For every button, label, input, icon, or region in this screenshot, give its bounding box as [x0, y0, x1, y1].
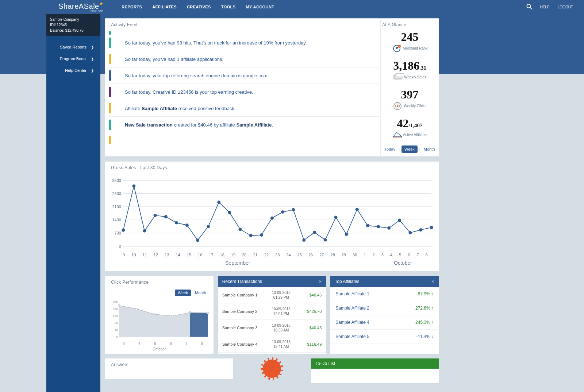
- feed-item[interactable]: So far today, you've had 1 affiliate app…: [109, 51, 380, 67]
- click-performance-panel: Click Performance Week Month 04080120160…: [105, 276, 214, 354]
- affiliate-name: Sample Affiliate 2: [335, 306, 369, 311]
- tx-name: Sample Company 4: [222, 342, 263, 346]
- tx-name: Sample Company 3: [222, 326, 263, 330]
- svg-point-27: [143, 229, 146, 233]
- close-icon[interactable]: ×: [431, 279, 434, 284]
- glance-value: 245: [381, 30, 439, 44]
- glance-label: Active Affiliates: [381, 130, 439, 139]
- feed-item[interactable]: New Sale transaction created for $40.46 …: [109, 117, 380, 133]
- svg-point-31: [185, 224, 189, 227]
- glance-tab-month[interactable]: Month: [421, 145, 438, 153]
- star-icon: ★: [99, 1, 104, 6]
- svg-point-25: [122, 229, 125, 232]
- glance-stat: 3,186.31Weekly Sales: [381, 59, 439, 81]
- transaction-row[interactable]: Sample Company 110-09-201801:29 PM$40.46: [218, 287, 326, 303]
- tx-title: Recent Transactions: [222, 279, 262, 284]
- click-chart-x-axis: 345678: [108, 341, 211, 346]
- account-company: Sample Company: [50, 17, 97, 22]
- feed-item[interactable]: [109, 133, 380, 144]
- feed-accent: [109, 54, 111, 64]
- svg-point-28: [154, 214, 157, 217]
- click-perf-title: Click Performance: [105, 276, 214, 288]
- glance-tab-today[interactable]: Today: [382, 145, 398, 153]
- logout-link[interactable]: LOGOUT: [558, 5, 573, 9]
- svg-point-52: [408, 231, 412, 234]
- click-perf-tabs: Week Month: [175, 291, 209, 295]
- affiliate-name: Sample Affiliate 4: [335, 320, 369, 325]
- click-chart-month: October: [108, 346, 211, 351]
- nav-tools[interactable]: TOOLS: [221, 5, 236, 9]
- todo-panel: To-Do List: [311, 358, 439, 384]
- tx-name: Sample Company 2: [222, 309, 263, 314]
- sidebar-saved-reports[interactable]: Saved Reports❯: [46, 41, 100, 53]
- chevron-right-icon: ❯: [91, 45, 94, 49]
- sidebar-help-center[interactable]: Help Center❯: [46, 65, 100, 76]
- search-icon[interactable]: [526, 4, 532, 10]
- tx-amount: $40.45: [300, 326, 322, 330]
- svg-point-35: [228, 211, 231, 214]
- help-link[interactable]: HELP: [540, 5, 550, 9]
- svg-text:2100: 2100: [112, 205, 121, 209]
- close-icon[interactable]: ×: [319, 279, 322, 284]
- nav-affiliates[interactable]: AFFILIATES: [152, 5, 177, 9]
- affiliate-row[interactable]: Sample Affiliate 2272.6% ↑: [330, 301, 439, 315]
- feed-item[interactable]: Affiliate Sample Affiliate received posi…: [109, 100, 380, 117]
- affiliate-row[interactable]: Sample Affiliate 187.9% ↑: [330, 287, 439, 301]
- svg-text:0: 0: [116, 335, 118, 339]
- svg-text:80: 80: [115, 321, 118, 325]
- affiliate-pct: -11.4% ↓: [416, 334, 434, 339]
- gross-sales-chart-panel: Gross Sales - Last 30 Days 0700140021002…: [105, 161, 439, 271]
- feed-item[interactable]: So far today, your top referring search …: [109, 67, 380, 84]
- nav-creatives[interactable]: CREATIVES: [187, 5, 211, 9]
- activity-feed-list[interactable]: So far today, you've had 98 hits. That's…: [105, 35, 380, 144]
- svg-text:2800: 2800: [112, 191, 121, 196]
- chevron-right-icon: ❯: [91, 57, 94, 61]
- answers-title: Answers: [105, 358, 233, 371]
- svg-text:1400: 1400: [112, 218, 121, 222]
- nav-my-account[interactable]: MY ACCOUNT: [246, 5, 274, 9]
- affiliate-name: Sample Affiliate 5: [335, 334, 369, 339]
- svg-text:200: 200: [113, 300, 118, 304]
- svg-point-11: [397, 105, 399, 107]
- svg-text:0: 0: [119, 244, 121, 248]
- account-id: ID# 12345: [50, 22, 97, 28]
- tx-date: 10-09-201810:30 AM: [263, 323, 300, 333]
- svg-point-3: [396, 47, 398, 49]
- affiliate-row[interactable]: Sample Affiliate 5-11.4% ↓: [330, 330, 439, 344]
- click-tab-month[interactable]: Month: [192, 290, 209, 296]
- svg-rect-12: [393, 137, 402, 137]
- feed-text: Affiliate Sample Affiliate received posi…: [125, 106, 236, 111]
- glance-label: ?Merchant Rank: [381, 44, 439, 53]
- glance-value: 42/1,407: [381, 117, 439, 130]
- svg-text:3500: 3500: [112, 178, 121, 183]
- transaction-row[interactable]: Sample Company 410-09-201812:41 AM$116.4…: [218, 336, 326, 353]
- feed-item[interactable]: So far today, you've had 98 hits. That's…: [109, 35, 380, 51]
- sidebar-program-boost[interactable]: Program Boost❯: [46, 53, 100, 65]
- affiliate-row[interactable]: Sample Affiliate 4245.3% ↑: [330, 315, 439, 330]
- transaction-row[interactable]: Sample Company 210-09-201812:01 PM$425.7…: [218, 303, 326, 320]
- feed-item[interactable]: So far today, Creative ID 123456 is your…: [109, 84, 380, 100]
- svg-point-0: [527, 4, 530, 8]
- gross-sales-chart: 07001400210028003500: [109, 175, 435, 252]
- svg-point-45: [334, 216, 338, 219]
- answers-panel: Answers: [105, 358, 233, 379]
- glance-title: At A Glance: [381, 22, 439, 30]
- top-aff-title: Top Affiliates: [335, 279, 359, 284]
- feed-accent: [109, 38, 111, 48]
- feed-text: So far today, you've had 1 affiliate app…: [125, 57, 223, 62]
- transaction-row[interactable]: Sample Company 310-09-201810:30 AM$40.45: [218, 320, 326, 336]
- svg-point-39: [270, 216, 274, 220]
- glance-label: Weekly Sales: [381, 73, 439, 81]
- click-performance-chart: 04080120160200: [108, 299, 211, 339]
- brand-name: ShareASale: [58, 2, 99, 10]
- feed-accent: [109, 136, 111, 144]
- svg-rect-8: [396, 73, 404, 77]
- tx-date: 10-09-201801:29 PM: [263, 290, 300, 300]
- click-tab-week[interactable]: Week: [175, 290, 191, 296]
- affiliate-pct: 245.3% ↑: [415, 320, 434, 325]
- tx-date: 10-09-201812:01 PM: [263, 307, 300, 316]
- nav-reports[interactable]: REPORTS: [122, 5, 142, 9]
- glance-icon: [393, 101, 402, 110]
- feed-text: So far today, you've had 98 hits. That's…: [125, 40, 307, 46]
- glance-tab-week[interactable]: Week: [402, 145, 418, 153]
